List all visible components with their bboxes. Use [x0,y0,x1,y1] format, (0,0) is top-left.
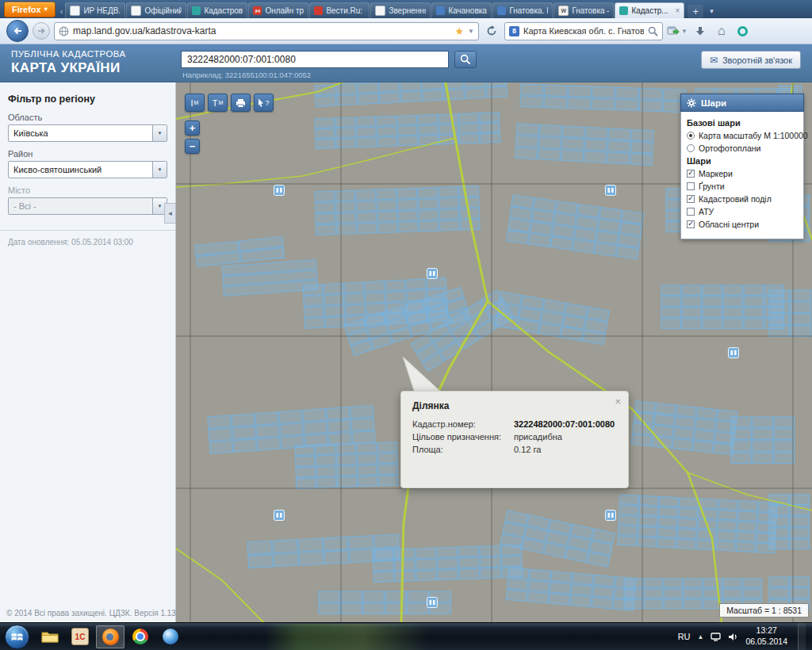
copyright-text: © 2014 Всі права захищені. ЦДЗК. Версія … [6,609,178,618]
chevron-down-icon[interactable]: ▼ [152,162,167,178]
list-all-tabs-button[interactable]: ▼ [705,5,718,18]
tab-title: Онлайн тра... [265,6,304,15]
tab[interactable]: 24Онлайн тра... [248,2,308,18]
web-search-input[interactable] [523,26,644,36]
checkbox-icon[interactable] [687,170,695,178]
layers-panel-header[interactable]: Шари [680,94,804,112]
envelope-icon: ✉ [710,55,718,65]
doc-icon [131,6,141,16]
url-dropdown-icon[interactable]: ▼ [468,28,474,35]
overlay-layer-label: Кадастровий поділ [699,194,772,204]
scale-indicator: Масштаб = 1 : 8531 [719,603,809,618]
back-arrow-icon [13,27,22,35]
firefox-menu-button[interactable]: Firefox ▾ [4,2,56,17]
overlay-layer-option[interactable]: АТУ [687,207,798,216]
checkbox-icon[interactable] [687,220,695,228]
popup-row-label: Площа: [412,445,514,454]
overlay-layer-option[interactable]: Маркери [687,169,798,178]
network-icon[interactable] [710,633,721,641]
city-field: Місто - Всі - ▼ [0,184,175,220]
close-icon[interactable]: × [676,7,680,15]
tab-active[interactable]: Кадастр... × [615,2,684,18]
tab[interactable]: Кадастрова... [187,2,247,18]
tab-title: Гнатовка. К... [509,6,548,15]
cadastral-search-input[interactable] [182,54,448,65]
base-layer-option[interactable]: Карта масштабу М 1:100000 [687,131,798,140]
1c-taskbar-button[interactable]: 1С [66,625,94,648]
zoom-out-button[interactable]: − [185,139,200,154]
popup-title: Ділянка [412,400,617,411]
popup-row: Кадастр.номер: 3222482000:07:001:0080 [412,419,617,429]
tab[interactable]: Вести.Ru: Р... [309,2,370,18]
site-logo[interactable]: ПУБЛІЧНА КАДАСТРОВА КАРТА УКРАЇНИ [11,49,126,76]
new-tab-button[interactable]: + [688,5,703,18]
addon-button[interactable] [734,21,752,40]
url-bar[interactable]: ★ ▼ [54,22,479,40]
show-desktop-button[interactable] [798,623,806,650]
browser-nav-bar: ★ ▼ 8 ▼ [0,18,812,44]
reload-button[interactable] [483,22,500,40]
tab[interactable]: Гнатовка. К... [492,2,553,18]
tab[interactable]: WГнатовка – ... [553,2,614,18]
forward-button[interactable] [33,22,50,40]
raion-select[interactable]: Києво-святошинський ▼ [8,161,167,178]
start-button[interactable] [5,625,29,649]
home-button[interactable]: ⌂ [713,21,730,40]
extension-button[interactable]: ▼ [667,21,688,40]
base-layer-label: Карта масштабу М 1:100000 [699,131,808,140]
city-select: - Всі - ▼ [8,197,167,215]
checkbox-icon[interactable] [687,195,695,203]
tab-title: Офіційний ... [144,6,182,15]
back-button[interactable] [6,20,29,42]
volume-icon[interactable] [728,633,738,641]
question-icon: ? [265,99,269,107]
taskbar-clock[interactable]: 13:27 06.05.2014 [745,625,787,647]
measure-length-button[interactable]: IM [185,94,205,112]
overlay-layer-option[interactable]: Ґрунти [687,182,798,191]
chevron-down-icon[interactable]: ▼ [152,125,167,141]
checkbox-icon[interactable] [687,182,695,190]
tab[interactable]: Качановка. ... [431,2,492,18]
cadastral-search-field[interactable] [181,51,449,68]
data-updated-text: Дата оновлення: 05.05.2014 03:00 [0,231,175,254]
wallpaper-glow [266,624,428,650]
explorer-taskbar-button[interactable] [36,625,64,648]
bookmark-star-icon[interactable]: ★ [454,26,464,36]
overlay-layers-section-title: Шари [687,156,798,166]
tab[interactable]: Офіційний ... [126,2,186,18]
site-header: ПУБЛІЧНА КАДАСТРОВА КАРТА УКРАЇНИ Наприк… [0,44,812,82]
chevron-down-icon: ▼ [681,28,688,35]
tab-scroll-left-icon[interactable]: ‹ [60,6,66,18]
base-layer-option[interactable]: Ортофотоплани [687,143,798,153]
downloads-button[interactable] [691,21,709,40]
overlay-layer-option[interactable]: Обласні центри [687,220,798,229]
print-button[interactable] [231,94,251,112]
1c-icon: 1С [71,628,89,645]
oblast-select[interactable]: Київська ▼ [8,124,167,142]
tab[interactable]: Звернення ... [370,2,431,18]
search-engine-icon[interactable]: 8 [509,26,519,36]
feedback-button[interactable]: ✉ Зворотній зв'язок [701,51,801,69]
overlay-layer-option[interactable]: Кадастровий поділ [687,194,798,204]
measure-area-button[interactable]: TM [208,94,228,112]
chrome-taskbar-button[interactable] [126,625,155,648]
language-indicator[interactable]: RU [678,632,691,641]
close-icon[interactable]: × [615,396,621,407]
map-canvas[interactable]: IM TM ? [176,82,812,622]
zoom-in-button[interactable]: + [185,120,200,136]
search-icon[interactable] [648,26,658,36]
tab[interactable]: ИР НЕДВ... [65,2,125,18]
cadastral-search-button[interactable] [454,51,477,68]
radio-icon[interactable] [687,144,695,152]
checkbox-icon[interactable] [687,208,695,216]
hidden-icons-chevron-icon[interactable]: ▲ [698,633,704,640]
identify-button[interactable]: ? [254,94,274,112]
search-box[interactable]: 8 [504,22,663,40]
sidebar-collapse-handle[interactable]: ◄ [164,203,176,224]
radio-icon[interactable] [687,132,695,140]
url-input[interactable] [73,25,450,36]
parcel-info-popup: Ділянка × Кадастр.номер: 3222482000:07:0… [400,391,629,488]
firefox-taskbar-button[interactable] [96,625,124,648]
map-toolbar: IM TM ? [185,94,274,112]
google-earth-taskbar-button[interactable] [156,625,185,648]
